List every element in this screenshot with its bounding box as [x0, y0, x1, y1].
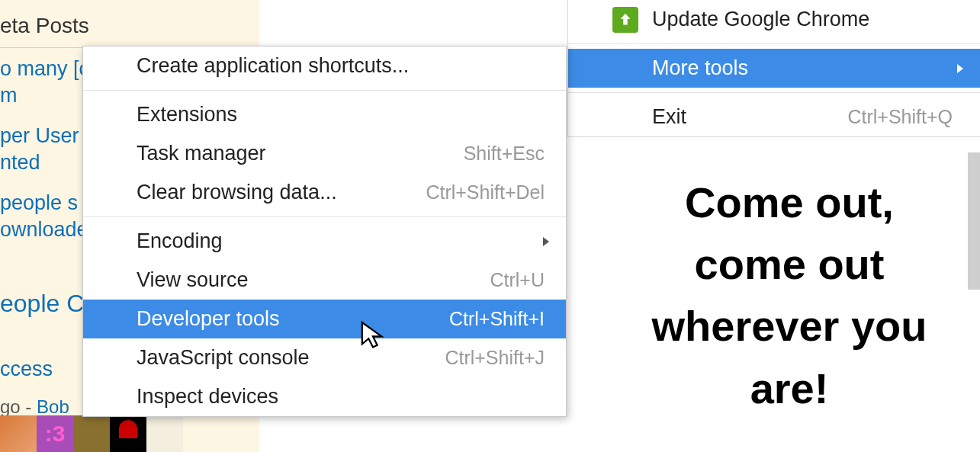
sidebar-heading: eta Posts: [0, 14, 259, 48]
avatar[interactable]: [110, 415, 146, 452]
chevron-right-icon: [957, 64, 963, 73]
scrollbar-thumb[interactable]: [968, 152, 980, 290]
menu-shortcut: Ctrl+Shift+I: [449, 308, 545, 330]
menu-shortcut: Ctrl+U: [490, 269, 545, 291]
menu-shortcut: Shift+Esc: [464, 143, 545, 165]
menu-separator: [83, 216, 566, 217]
menu-item-encoding[interactable]: Encoding: [83, 222, 566, 261]
menu-label: Encoding: [137, 229, 223, 253]
menu-label: Developer tools: [137, 307, 280, 331]
avatar[interactable]: [73, 415, 110, 452]
update-icon: [612, 7, 638, 33]
chevron-right-icon: [543, 237, 549, 246]
menu-item-create-shortcuts[interactable]: Create application shortcuts...: [83, 46, 566, 85]
recent-label: ccess: [0, 357, 53, 380]
menu-separator: [568, 43, 980, 44]
menu-item-task-manager[interactable]: Task manager Shift+Esc: [83, 134, 566, 173]
menu-label: Create application shortcuts...: [137, 54, 409, 78]
menu-shortcut: Ctrl+Shift+Del: [426, 181, 545, 204]
menu-label: Exit: [652, 105, 686, 129]
avatar[interactable]: [0, 415, 37, 452]
chrome-main-menu: Update Google Chrome More tools Exit Ctr…: [567, 0, 980, 137]
menu-label: Extensions: [137, 103, 237, 127]
menu-item-extensions[interactable]: Extensions: [83, 95, 566, 134]
menu-separator: [83, 90, 566, 91]
menu-shortcut: Ctrl+Shift+J: [445, 347, 545, 369]
menu-label: View source: [137, 268, 249, 292]
menu-item-update-chrome[interactable]: Update Google Chrome: [568, 0, 980, 39]
menu-item-developer-tools[interactable]: Developer tools Ctrl+Shift+I: [83, 300, 566, 338]
avatar-strip: :3: [0, 415, 183, 452]
menu-item-inspect-devices[interactable]: Inspect devices: [83, 377, 566, 416]
menu-label: Clear browsing data...: [137, 181, 337, 204]
menu-item-more-tools[interactable]: More tools: [568, 49, 980, 88]
recent-user[interactable]: Bob: [37, 396, 69, 417]
menu-separator: [568, 92, 980, 93]
menu-item-view-source[interactable]: View source Ctrl+U: [83, 261, 566, 300]
avatar[interactable]: :3: [37, 415, 73, 452]
menu-label: More tools: [652, 56, 748, 80]
menu-label: Task manager: [137, 142, 266, 165]
more-tools-submenu: Create application shortcuts... Extensio…: [82, 46, 567, 417]
menu-label: JavaScript console: [137, 346, 310, 370]
annotation-text: Come out, come out wherever you are!: [625, 172, 953, 419]
menu-item-clear-browsing-data[interactable]: Clear browsing data... Ctrl+Shift+Del: [83, 173, 566, 212]
menu-item-javascript-console[interactable]: JavaScript console Ctrl+Shift+J: [83, 338, 566, 377]
recent-time: go -: [0, 396, 37, 417]
menu-label: Update Google Chrome: [652, 8, 869, 31]
menu-shortcut: Ctrl+Shift+Q: [847, 106, 953, 128]
menu-label: Inspect devices: [137, 385, 278, 409]
avatar[interactable]: [146, 415, 183, 452]
menu-item-exit[interactable]: Exit Ctrl+Shift+Q: [568, 98, 980, 136]
